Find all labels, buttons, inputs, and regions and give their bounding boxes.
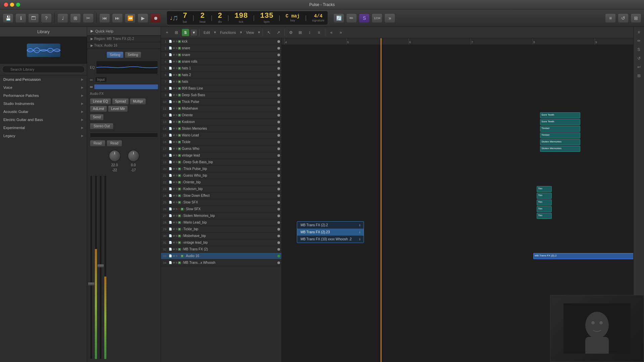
search-input[interactable] xyxy=(2,66,85,73)
mute-button[interactable]: M xyxy=(173,140,175,143)
solo-button[interactable]: S xyxy=(176,107,177,110)
track-row[interactable]: 33 📄 M S R ✦ I Audio 16 xyxy=(161,253,281,259)
mute-button[interactable]: M xyxy=(173,207,175,210)
solo-button[interactable]: S xyxy=(176,187,177,190)
maximize-button[interactable] xyxy=(16,3,20,7)
close-button[interactable] xyxy=(4,3,8,7)
solo-button[interactable]: S xyxy=(176,147,177,150)
mute-button[interactable]: M xyxy=(173,214,175,217)
solo-button[interactable]: S xyxy=(176,87,177,90)
solo-button[interactable]: S xyxy=(176,261,177,264)
mute-button[interactable]: M xyxy=(173,107,175,110)
clip[interactable]: Tim xyxy=(537,213,552,219)
solo-button[interactable]: S xyxy=(176,194,177,197)
fader-track-2[interactable] xyxy=(99,175,102,359)
track-row[interactable]: 2 📄 M S ✦ snare xyxy=(161,45,281,52)
mute-button[interactable]: M xyxy=(173,194,175,197)
solo-button[interactable]: S xyxy=(176,154,177,157)
track-row[interactable]: 16 📄 M S ✦ Tickle xyxy=(161,139,281,145)
spread-button[interactable]: Spread xyxy=(112,98,129,105)
fader-handle-2[interactable] xyxy=(97,264,104,267)
clip[interactable]: Tim xyxy=(537,206,552,212)
track-row[interactable]: 8 📄 M S ✦ 808 Bass Line xyxy=(161,85,281,92)
solo-button[interactable]: S xyxy=(176,167,177,170)
track-row[interactable]: 24 📄 M S ✦ I Slow Down Effect xyxy=(161,192,281,199)
disk-button[interactable]: 💾 xyxy=(3,13,13,23)
track-row[interactable]: 6 📄 M S ✦ hats 2 xyxy=(161,72,281,78)
functions-dropdown[interactable]: ▼ xyxy=(239,31,243,34)
solo-button[interactable]: S xyxy=(176,140,177,143)
track-breadcrumb[interactable]: ▶ Track: Audio 16 xyxy=(87,42,161,49)
mute-button[interactable]: M xyxy=(173,181,175,184)
solo-button[interactable]: S xyxy=(176,114,177,117)
solo-button[interactable]: S xyxy=(176,254,177,257)
clip[interactable]: Timber xyxy=(540,132,580,138)
record-button[interactable]: R xyxy=(178,207,180,210)
track-row[interactable]: 19 📄 M S ✦ I Deep Sub Bass_bip xyxy=(161,159,281,166)
info-button[interactable]: ℹ xyxy=(15,13,26,23)
track-row[interactable]: 26 📄 M S R ✦ I Slow SFX xyxy=(161,206,281,213)
sidebar-item-acoustic[interactable]: Acoustic Guitar ▶ xyxy=(0,108,87,116)
clip[interactable]: Stolen Memories xyxy=(540,146,580,152)
fader-track-1[interactable] xyxy=(90,175,93,359)
track-row[interactable]: 7 📄 M S ✦ hats xyxy=(161,78,281,85)
help-button[interactable]: ? xyxy=(41,13,52,23)
window-button[interactable]: 🗔 xyxy=(28,13,39,23)
mute-button[interactable]: M xyxy=(173,241,175,244)
clip[interactable]: Timber xyxy=(540,126,580,132)
grid-button[interactable]: ⊞ xyxy=(631,13,641,23)
read-button-2[interactable]: Read xyxy=(107,140,122,146)
solo-button[interactable]: S xyxy=(176,120,177,123)
mute-button[interactable]: M xyxy=(173,120,175,123)
levelmtr-button[interactable]: Level Mtr xyxy=(108,106,128,112)
functions-button[interactable]: Functions xyxy=(218,29,238,36)
track-row[interactable]: 10 📄 M S ✦ Thick Pulse xyxy=(161,99,281,105)
counter-button[interactable]: 1234 xyxy=(372,13,382,23)
setting-button-1[interactable]: Setting xyxy=(107,52,123,58)
refresh-button[interactable]: ↺ xyxy=(635,54,643,62)
sidebar-item-legacy[interactable]: Legacy ▶ xyxy=(0,132,87,140)
solo-button[interactable]: S xyxy=(176,67,177,70)
fit-button[interactable]: ↕ xyxy=(306,29,314,36)
solo-button[interactable]: S xyxy=(176,214,177,217)
sidebar-item-experimental[interactable]: Experimental ▶ xyxy=(0,124,87,132)
mute-button[interactable]: M xyxy=(173,87,175,90)
list-button[interactable]: ≡ xyxy=(605,13,616,23)
track-row[interactable]: 15 📄 M S ✦ Wario Lead xyxy=(161,132,281,139)
clip[interactable]: Sore Teeth xyxy=(540,112,580,118)
metronome-button[interactable]: ♩ xyxy=(57,13,68,23)
solo-button[interactable]: S xyxy=(176,73,177,76)
sidebar-item-electric[interactable]: Electric Guitar and Bass ▶ xyxy=(0,116,87,124)
mute-button[interactable]: M xyxy=(173,221,175,224)
dropdown-item-0[interactable]: MB Trans FX (2).2 ℹ xyxy=(297,222,364,229)
track-row[interactable]: 22 📄 M S ✦ I Oriente_bip xyxy=(161,179,281,186)
solo-button[interactable]: S xyxy=(176,53,177,56)
solo-button[interactable]: S xyxy=(176,60,177,63)
mute-button[interactable]: M xyxy=(173,187,175,190)
group-button[interactable]: ⊞ xyxy=(172,29,180,36)
solo-button[interactable]: S xyxy=(176,241,177,244)
track-row[interactable]: 5 📄 M S ✦ hats 1 xyxy=(161,65,281,72)
mute-button[interactable]: M xyxy=(173,53,175,56)
track-row[interactable]: 12 📄 M S ✦ Oriente xyxy=(161,112,281,119)
region-breadcrumb[interactable]: ▶ Region: MB Trans FX (2).2 xyxy=(87,36,161,42)
track-row[interactable]: 30 📄 M S ✦ I Misbehave_bip xyxy=(161,233,281,239)
track-row[interactable]: 28 📄 M S ✦ I Wario Lead_bip xyxy=(161,219,281,226)
mute-button[interactable]: M xyxy=(173,114,175,117)
track-row[interactable]: 18 📄 M S ✦ vintage lead xyxy=(161,152,281,159)
solo-button[interactable]: S xyxy=(176,201,177,204)
read-button-1[interactable]: Read xyxy=(90,140,105,146)
clip[interactable]: Sore Teeth xyxy=(540,119,580,125)
solo-button[interactable]: S xyxy=(176,221,177,224)
track-row[interactable]: 20 📄 M S ✦ I Thick Pulse_bip xyxy=(161,166,281,172)
mute-button[interactable]: M xyxy=(173,174,175,177)
mute-button[interactable]: M xyxy=(173,127,175,130)
rewind-button[interactable]: ⏮ xyxy=(99,13,110,23)
loop-button[interactable]: ↺ xyxy=(618,13,629,23)
solo-button[interactable]: S xyxy=(176,40,177,43)
linear-eq-button[interactable]: Linear EQ xyxy=(90,98,111,105)
dropdown-item-1[interactable]: MB Trans FX (2).23 ℹ xyxy=(297,229,364,236)
sidebar-item-studio[interactable]: Studio Instruments ▶ xyxy=(0,100,87,108)
edit-mode-button[interactable]: ✏ xyxy=(635,37,643,45)
mute-button[interactable]: M xyxy=(173,80,175,83)
